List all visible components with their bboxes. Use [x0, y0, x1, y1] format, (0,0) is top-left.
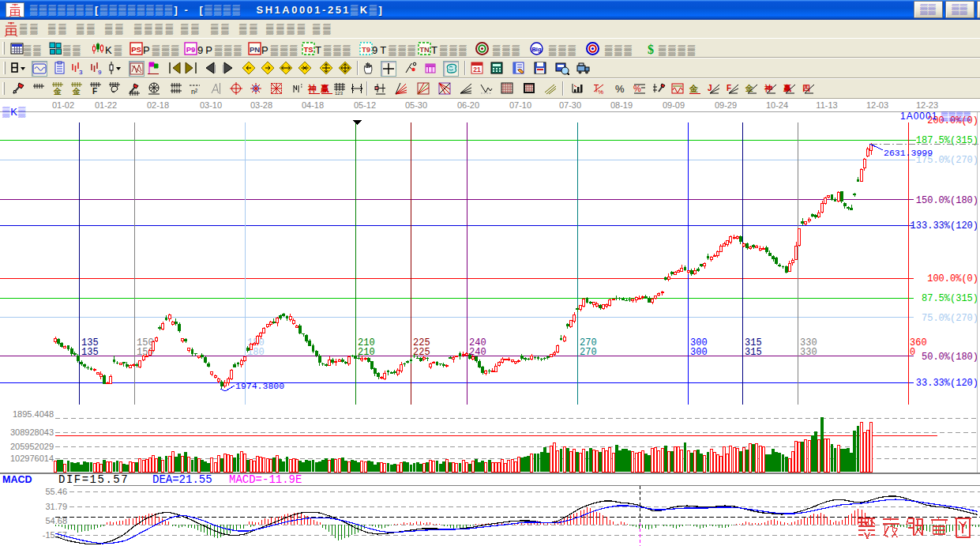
svg-text:135: 135 — [81, 347, 99, 358]
svg-text:赢: 赢 — [320, 84, 329, 93]
svg-text:9: 9 — [98, 69, 102, 75]
svg-text:01-22: 01-22 — [95, 100, 117, 110]
svg-text:金: 金 — [53, 87, 62, 96]
svg-text:205952029: 205952029 — [10, 442, 54, 451]
svg-text:金: 金 — [745, 84, 753, 92]
svg-text:240: 240 — [469, 347, 486, 358]
svg-text:21: 21 — [473, 66, 481, 73]
svg-text:210: 210 — [358, 347, 375, 358]
svg-text:%: % — [598, 88, 603, 96]
svg-text:133.33%(120): 133.33%(120) — [911, 220, 978, 232]
svg-text:1895.4048: 1895.4048 — [13, 409, 54, 419]
svg-text:神: 神 — [764, 84, 772, 92]
svg-text:$: $ — [648, 43, 654, 56]
svg-text:12-03: 12-03 — [866, 100, 888, 110]
svg-text:50.0%(180): 50.0%(180) — [922, 352, 978, 363]
svg-text:PN: PN — [250, 45, 260, 54]
svg-text:06-20: 06-20 — [457, 100, 479, 110]
svg-text:-15.57: -15.57 — [43, 530, 67, 540]
svg-text:33.33%(120): 33.33%(120) — [916, 378, 978, 389]
svg-text:10-24: 10-24 — [766, 100, 788, 110]
svg-text:07-30: 07-30 — [559, 100, 581, 110]
svg-text:54.68: 54.68 — [45, 516, 67, 525]
svg-text:MACD=-11.9E: MACD=-11.9E — [229, 473, 302, 486]
svg-text:F: F — [92, 87, 97, 96]
svg-text:03-28: 03-28 — [250, 100, 272, 110]
svg-text:315: 315 — [745, 347, 762, 358]
svg-text:金: 金 — [72, 87, 81, 96]
svg-text:J: J — [708, 84, 712, 92]
svg-text:MACD: MACD — [2, 474, 32, 485]
svg-text:150.0%(180): 150.0%(180) — [916, 195, 978, 206]
svg-text:P9: P9 — [186, 45, 196, 54]
svg-text:Big: Big — [531, 46, 542, 53]
svg-text:75.0%(270): 75.0%(270) — [922, 313, 978, 324]
svg-text:04-18: 04-18 — [302, 100, 324, 110]
svg-text:05-12: 05-12 — [354, 100, 376, 110]
svg-text:08-19: 08-19 — [610, 100, 633, 110]
svg-text:330: 330 — [800, 347, 817, 358]
svg-text:102976014: 102976014 — [10, 454, 54, 463]
svg-text:TN: TN — [419, 45, 430, 54]
svg-text:1A0001 ▒▒▒▒: 1A0001 ▒▒▒▒ — [900, 111, 971, 122]
svg-text:PS: PS — [131, 45, 141, 54]
svg-text:123: 123 — [335, 91, 344, 96]
svg-text:87.5%(315): 87.5%(315) — [922, 293, 978, 304]
svg-text:%: % — [633, 84, 641, 93]
svg-text:02-18: 02-18 — [147, 100, 169, 110]
svg-text:300: 300 — [690, 347, 708, 358]
svg-text:▒K▒: ▒K▒ — [2, 106, 26, 119]
svg-text:四: 四 — [802, 84, 810, 92]
svg-text:100.0%(0): 100.0%(0) — [927, 273, 978, 284]
svg-text:T9: T9 — [362, 45, 370, 54]
svg-text:270: 270 — [580, 347, 597, 358]
svg-text:赢: 赢 — [783, 84, 791, 92]
svg-text:11-13: 11-13 — [816, 100, 837, 110]
svg-text:12-23: 12-23 — [916, 100, 938, 110]
svg-text:2631.3999: 2631.3999 — [884, 148, 933, 158]
svg-text:09-29: 09-29 — [715, 100, 737, 110]
svg-text:神: 神 — [307, 84, 317, 93]
svg-text:03-10: 03-10 — [200, 100, 222, 110]
svg-text:01-02: 01-02 — [52, 100, 74, 110]
svg-text:07-10: 07-10 — [509, 100, 531, 110]
svg-text:n²: n² — [191, 88, 197, 96]
svg-text:金: 金 — [689, 84, 699, 93]
svg-text:%: % — [615, 83, 625, 95]
svg-text:09-09: 09-09 — [663, 100, 685, 110]
svg-text:308928043: 308928043 — [10, 427, 54, 437]
svg-text:TS: TS — [303, 45, 313, 54]
svg-text:187.5%(315): 187.5%(315) — [916, 135, 978, 146]
svg-text:DIF=15.57: DIF=15.57 — [58, 473, 129, 486]
svg-text:1974.3800: 1974.3800 — [235, 381, 284, 391]
svg-text:3: 3 — [79, 69, 83, 75]
svg-text:55.46: 55.46 — [45, 487, 67, 496]
svg-text:05-30: 05-30 — [405, 100, 427, 110]
svg-text:31.79: 31.79 — [45, 502, 67, 511]
svg-text:0: 0 — [910, 347, 915, 358]
svg-text:DEA=21.55: DEA=21.55 — [152, 473, 212, 486]
